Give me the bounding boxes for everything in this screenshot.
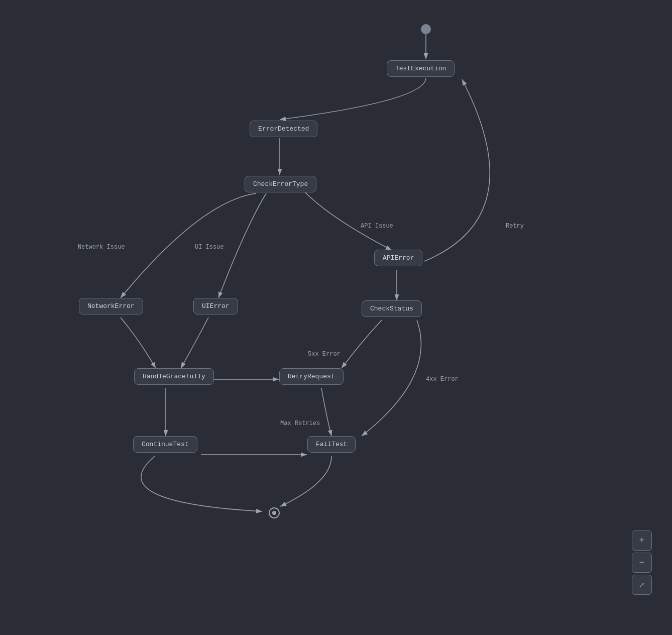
node-checkerrortype-label: CheckErrorType [253,180,308,188]
edge-label-max-retries: Max Retries [280,420,320,427]
zoom-out-button[interactable]: − [632,553,652,573]
edge-label-retry: Retry [506,223,524,230]
node-networkerror-label: NetworkError [87,302,135,310]
node-failtest-label: FailTest [316,441,347,448]
node-failtest[interactable]: FailTest [307,436,356,453]
edge-label-5xx: 5xx Error [308,351,341,358]
edge-label-network-issue: Network Issue [78,244,125,251]
node-networkerror[interactable]: NetworkError [79,298,143,314]
node-handlegracefully[interactable]: HandleGracefully [134,368,214,385]
node-errordetected-label: ErrorDetected [258,125,309,133]
node-checkstatus[interactable]: CheckStatus [362,300,422,317]
node-testexecution-label: TestExecution [395,65,446,72]
edge-label-4xx: 4xx Error [426,376,459,383]
start-node [421,24,431,34]
node-continuetest[interactable]: ContinueTest [133,436,197,453]
node-retryrequest[interactable]: RetryRequest [279,368,344,385]
end-node [269,507,280,518]
node-checkerrortype[interactable]: CheckErrorType [245,176,316,192]
node-retryrequest-label: RetryRequest [288,373,335,380]
edge-label-api-issue: API Issue [361,223,393,230]
end-node-inner [272,511,276,515]
fit-button[interactable]: ⤢ [632,575,652,595]
node-uierror-label: UIError [202,302,230,310]
node-testexecution[interactable]: TestExecution [387,60,455,77]
zoom-in-button[interactable]: + [632,531,652,551]
edge-label-ui-issue: UI Issue [195,244,224,251]
node-apierror[interactable]: APIError [374,250,422,266]
diagram-canvas: TestExecution ErrorDetected CheckErrorTy… [0,0,672,635]
node-continuetest-label: ContinueTest [142,441,189,448]
node-uierror[interactable]: UIError [193,298,238,314]
node-handlegracefully-label: HandleGracefully [143,373,205,380]
zoom-controls: + − ⤢ [632,531,652,595]
node-checkstatus-label: CheckStatus [370,305,413,312]
flow-svg [0,0,672,635]
node-apierror-label: APIError [383,254,414,262]
node-errordetected[interactable]: ErrorDetected [250,121,317,137]
